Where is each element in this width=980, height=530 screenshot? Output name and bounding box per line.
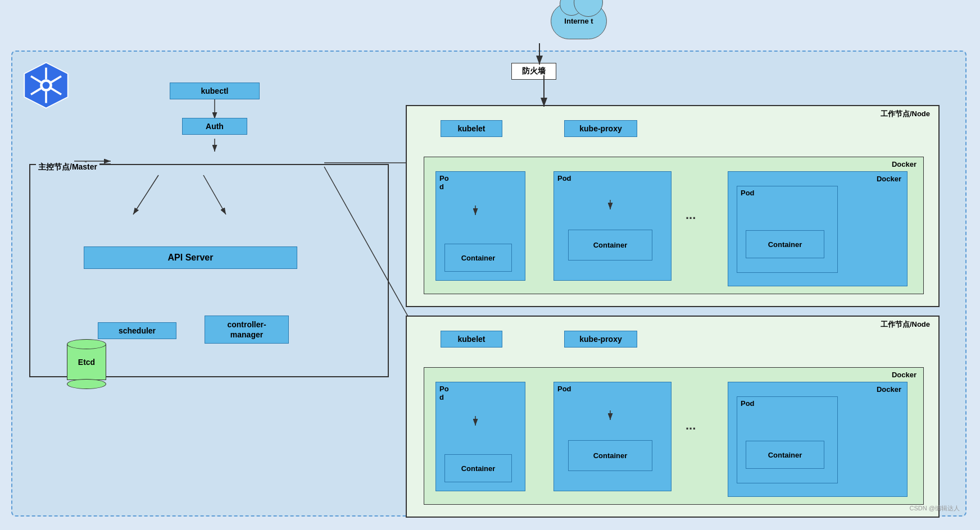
container-6-1: Container: [746, 441, 824, 469]
dots-1: ...: [686, 208, 696, 222]
kubelet-1: kubelet: [441, 120, 502, 137]
etcd-bottom: [67, 379, 106, 389]
master-node-box: 主控节点/Master API Server Etcd scheduler co…: [29, 164, 389, 377]
pod-2-label: Pod: [554, 172, 671, 185]
docker-box-2: Docker Pod Container Pod Container: [424, 367, 924, 505]
api-server-box: API Server: [84, 246, 297, 269]
scheduler-box: scheduler: [98, 322, 176, 339]
firewall-box: 防火墙: [511, 63, 556, 80]
kubelet-2: kubelet: [441, 331, 502, 348]
pod-3-box: Pod Container: [737, 186, 838, 273]
dots-2: ...: [686, 418, 696, 433]
docker-inner-2: Docker Pod Container: [728, 382, 908, 497]
etcd-box: Etcd: [67, 339, 106, 395]
pod-4-box: Pod Container: [435, 382, 525, 491]
docker-box-1: Docker Pod Container Pod Containe: [424, 157, 924, 294]
master-node-label: 主控节点/Master: [36, 162, 99, 172]
pod-2-box: Pod Container: [553, 171, 672, 281]
pod-3-label: Pod: [737, 186, 837, 199]
watermark: CSDN @编辑达人: [910, 504, 960, 513]
pod-1-label: Pod: [436, 172, 525, 193]
container-5-1: Container: [568, 440, 652, 471]
docker-inner-label-1: Docker: [877, 175, 901, 183]
kubectl-box: kubectl: [170, 83, 260, 99]
docker-inner-label-2: Docker: [877, 385, 901, 394]
docker-inner-1: Docker Pod Container: [728, 171, 908, 286]
internet-cloud: Interne t: [551, 3, 607, 39]
main-diagram: kubectl Auth 主控节点/Master API Server Etcd…: [11, 51, 967, 517]
auth-box: Auth: [182, 118, 247, 135]
worker-node-2: 工作节点/Node kubelet kube-proxy Docker Pod …: [406, 316, 940, 518]
docker-label-2: Docker: [892, 371, 917, 379]
pod-1-box: Pod Container: [435, 171, 525, 281]
worker-node-2-label: 工作节点/Node: [881, 319, 930, 330]
pod-5-label: Pod: [554, 382, 671, 395]
kube-proxy-2: kube-proxy: [564, 331, 637, 348]
controller-manager-box: controller-manager: [205, 316, 289, 344]
etcd-top: [67, 339, 106, 349]
container-4-1: Container: [444, 454, 512, 482]
pod-6-label: Pod: [737, 397, 837, 410]
k8s-logo: [21, 60, 71, 113]
svg-point-23: [43, 82, 50, 89]
worker-node-1: 工作节点/Node kubelet kube-proxy Docker Pod …: [406, 105, 940, 307]
docker-label-1: Docker: [892, 160, 917, 168]
pod-4-label: Pod: [436, 382, 525, 404]
pod-5-box: Pod Container: [553, 382, 672, 491]
etcd-body: Etcd: [67, 344, 106, 380]
worker-node-1-label: 工作节点/Node: [881, 109, 930, 119]
container-2-1: Container: [568, 230, 652, 261]
internet-label: Interne t: [564, 17, 593, 26]
container-3-1: Container: [746, 230, 824, 258]
kube-proxy-1: kube-proxy: [564, 120, 637, 137]
pod-6-box: Pod Container: [737, 396, 838, 483]
container-1-1: Container: [444, 244, 512, 272]
